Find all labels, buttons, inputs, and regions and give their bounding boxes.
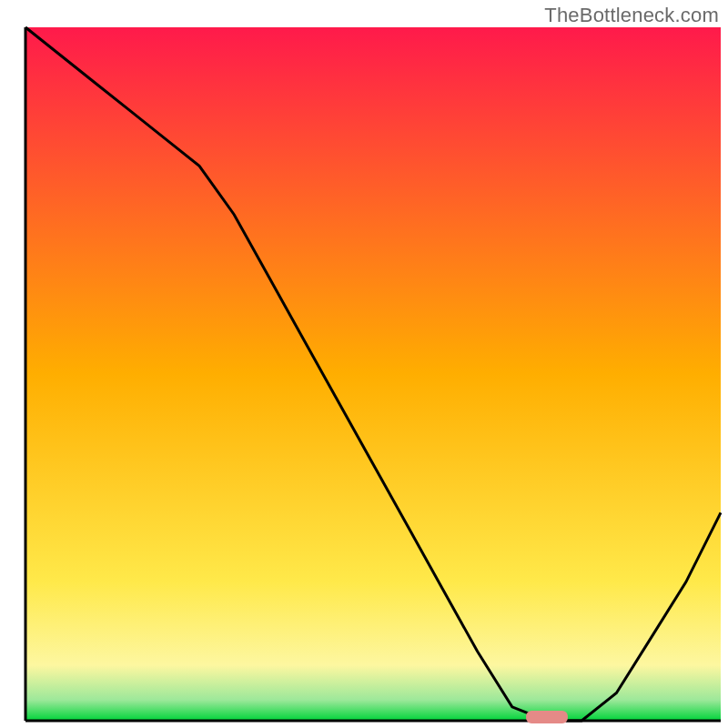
chart-svg <box>0 0 728 728</box>
chart-container: TheBottleneck.com <box>0 0 728 728</box>
optimal-zone-marker <box>526 711 568 723</box>
plot-background <box>25 27 721 721</box>
